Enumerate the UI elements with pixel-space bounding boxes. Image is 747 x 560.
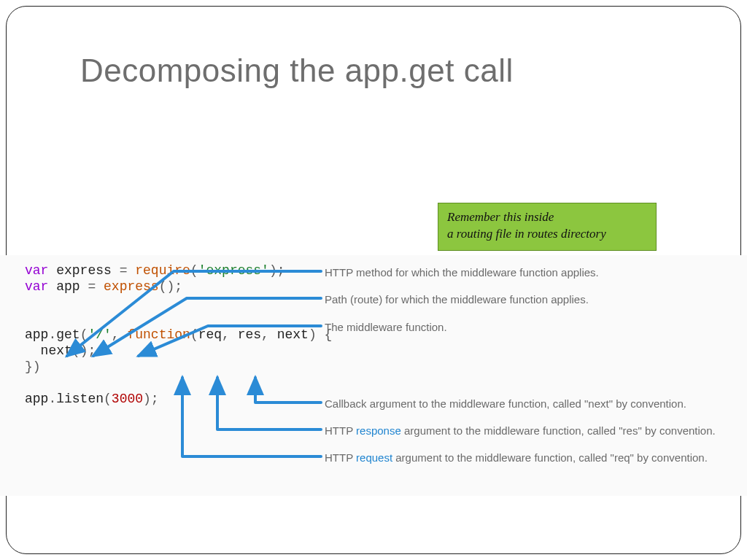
link-response[interactable]: response — [356, 424, 401, 437]
id-get: get — [56, 327, 80, 342]
id-app2: app — [25, 327, 48, 342]
id-res: res — [238, 327, 261, 342]
kw-var1: var — [25, 263, 48, 278]
id-express: express — [48, 263, 119, 278]
id-next-call: next — [41, 343, 72, 358]
fn-require: require — [135, 263, 190, 278]
label-middleware: The middleware function. — [325, 321, 447, 333]
reminder-line1: Remember this inside — [447, 209, 647, 226]
id-next: next — [277, 327, 309, 342]
num-port: 3000 — [112, 392, 143, 406]
label-method: HTTP method for which the middleware fun… — [325, 266, 599, 279]
label-res-post: argument to the middleware function, cal… — [401, 424, 716, 437]
label-req: HTTP request argument to the middleware … — [325, 451, 708, 464]
link-request[interactable]: request — [356, 451, 392, 464]
code-block: var express = require('express'); var ap… — [25, 262, 332, 407]
reminder-line2: a routing file in routes directory — [447, 226, 647, 243]
id-req: req — [198, 327, 222, 342]
str-path: '/' — [88, 327, 111, 342]
slide-title: Decomposing the app.get call — [80, 52, 514, 89]
str-express: 'express' — [198, 263, 269, 278]
kw-var2: var — [25, 279, 48, 294]
label-next: Callback argument to the middleware func… — [325, 397, 686, 410]
label-req-pre: HTTP — [325, 451, 356, 464]
label-res: HTTP response argument to the middleware… — [325, 424, 716, 437]
id-app3: app — [25, 392, 48, 406]
label-path: Path (route) for which the middleware fu… — [325, 293, 589, 306]
fn-express-call: express — [104, 279, 159, 294]
label-res-pre: HTTP — [325, 424, 356, 437]
id-app: app — [48, 279, 88, 294]
label-req-post: argument to the middleware function, cal… — [392, 451, 708, 464]
kw-function: function — [127, 327, 190, 342]
code-diagram: var express = require('express'); var ap… — [0, 255, 747, 496]
slide: Decomposing the app.get call Remember th… — [0, 0, 747, 560]
id-listen: listen — [56, 392, 104, 406]
reminder-callout: Remember this inside a routing file in r… — [438, 203, 657, 251]
